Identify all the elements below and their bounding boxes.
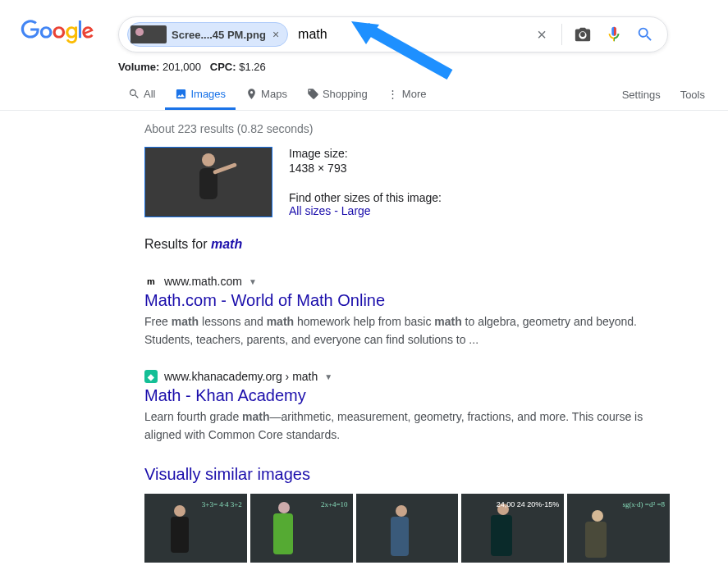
tab-images[interactable]: Images (165, 80, 236, 110)
similar-image[interactable]: 3+3= 4·4 3+2 (144, 494, 247, 563)
search-input[interactable] (288, 27, 527, 42)
images-icon (175, 88, 187, 100)
similar-image[interactable]: 2x+4=10 (250, 494, 353, 563)
tab-more[interactable]: ⋮ More (378, 80, 437, 110)
tab-maps[interactable]: Maps (236, 80, 297, 110)
snippet: Learn fourth grade math—arithmetic, meas… (144, 408, 670, 444)
tab-shopping[interactable]: Shopping (297, 80, 378, 110)
result-stats: About 223 results (0.82 seconds) (144, 122, 670, 135)
snippet: Free math lessons and math homework help… (144, 312, 670, 349)
similar-heading: Visually similar images (144, 465, 670, 484)
cite: www.math.com (164, 275, 242, 288)
favicon: ◆ (144, 370, 158, 383)
pin-icon (245, 88, 258, 100)
chip-remove-icon[interactable]: × (269, 28, 282, 41)
preview-info: Image size: 1438 × 793 Find other sizes … (289, 147, 442, 217)
result-title-link[interactable]: Math.com - World of Math Online (144, 291, 385, 310)
similar-image[interactable]: 24,00 24 20%-15% (461, 494, 564, 563)
seo-meta: Volume: 201,000 CPC: $1.26 (118, 61, 728, 73)
similar-image[interactable] (356, 494, 459, 563)
tab-all[interactable]: All (118, 80, 165, 110)
nav-tabs: All Images Maps Shopping ⋮ More (118, 80, 436, 110)
camera-icon[interactable] (567, 25, 598, 43)
result-title-link[interactable]: Math - Khan Academy (144, 386, 306, 405)
search-icon[interactable] (630, 25, 661, 43)
chip-filename: Scree....45 PM.png (172, 29, 266, 41)
search-result: m www.math.com ▼ Math.com - World of Mat… (144, 275, 670, 349)
results-for: Results for math (144, 237, 670, 252)
favicon: m (144, 275, 158, 288)
chevron-down-icon[interactable]: ▼ (324, 372, 332, 381)
chip-thumbnail (130, 25, 167, 43)
google-logo[interactable] (20, 20, 95, 47)
source-image-preview[interactable] (144, 147, 272, 217)
search-small-icon (128, 88, 140, 100)
clear-icon[interactable]: × (527, 25, 556, 44)
settings-link[interactable]: Settings (622, 89, 661, 101)
large-link[interactable]: Large (341, 204, 371, 217)
all-sizes-link[interactable]: All sizes (289, 204, 331, 217)
dots-icon: ⋮ (387, 88, 399, 100)
search-bar: Scree....45 PM.png × × (118, 16, 668, 52)
mic-icon[interactable] (598, 25, 630, 43)
image-chip[interactable]: Scree....45 PM.png × (127, 22, 288, 47)
similar-image[interactable]: sg(x·d) =d² =8 (567, 494, 670, 563)
tools-link[interactable]: Tools (680, 89, 705, 101)
chevron-down-icon[interactable]: ▼ (249, 277, 257, 286)
search-result: ◆ www.khanacademy.org › math ▼ Math - Kh… (144, 370, 670, 444)
tag-icon (307, 88, 319, 100)
similar-images: 3+3= 4·4 3+2 2x+4=10 24,00 24 20%-15% sg… (144, 494, 670, 563)
cite: www.khanacademy.org › math (164, 370, 318, 383)
divider (561, 24, 562, 45)
